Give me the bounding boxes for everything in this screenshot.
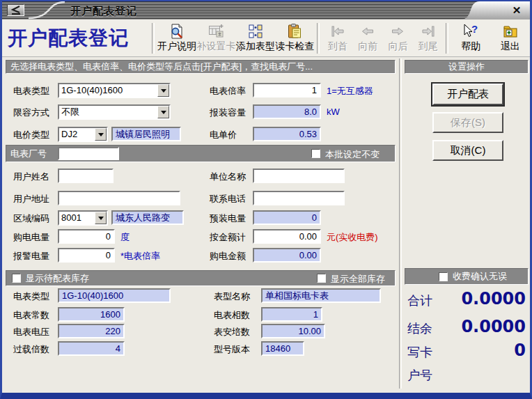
amount-hint: 元(实收电费)	[327, 231, 378, 244]
phone-label: 联系电话	[210, 193, 246, 205]
price-type-dropdown-arrow[interactable]	[95, 128, 107, 141]
unit-price-field: 0.53	[253, 127, 321, 141]
alarm-qty-input[interactable]: 0	[58, 248, 115, 263]
toolbar-separator	[152, 23, 155, 54]
customer-name-label: 用户姓名	[13, 171, 49, 183]
meter-type-value: 1G-10(40)1600	[59, 84, 157, 97]
price-type-combobox[interactable]: DJ2	[58, 127, 108, 142]
add-model-icon	[247, 22, 264, 40]
card-settings-icon	[208, 22, 224, 40]
org-name-label: 单位名称	[210, 171, 246, 183]
purchase-money-field: 0.00	[253, 248, 321, 263]
content-area: 先选择电表类型、电表倍率、电价类型等后点击[开户配表]，查找电表厂号... 电表…	[2, 57, 530, 393]
info-version-field: 18460	[261, 341, 304, 356]
exit-button[interactable]: 退出	[491, 22, 530, 55]
add-meter-model-button[interactable]: 添加表型	[236, 22, 275, 55]
instruction-bar: 先选择电表类型、电表倍率、电价类型等后点击[开户配表]，查找电表厂号...	[6, 60, 396, 74]
page-title: 开户配表登记	[8, 25, 149, 52]
customer-name-input[interactable]	[58, 169, 114, 183]
write-card-label: 写卡	[407, 344, 432, 361]
help-cursor-icon: ?	[462, 22, 480, 40]
ratio-label: 电表倍率	[210, 85, 246, 97]
panel-separator	[399, 58, 402, 389]
purchase-qty-input[interactable]: 0	[58, 229, 115, 244]
factory-number-bar: 电表厂号 本批设定不变	[6, 145, 396, 162]
help-button[interactable]: ? 帮助	[451, 22, 490, 55]
meter-type-label: 电表类型	[13, 85, 49, 97]
meter-type-dropdown-arrow[interactable]	[157, 84, 169, 97]
factory-number-input[interactable]	[58, 147, 119, 160]
action-panel-header: 设置操作	[405, 60, 529, 74]
open-account-config-button[interactable]: 开户配表	[432, 84, 503, 105]
limit-mode-label: 限容方式	[13, 107, 49, 119]
meter-type-combobox[interactable]: 1G-10(40)1600	[58, 83, 171, 98]
close-icon[interactable]: ✕	[510, 3, 524, 17]
limit-mode-combobox[interactable]: 不限	[58, 104, 171, 120]
toolbar: 开户配表登记 开户说明	[2, 19, 530, 57]
toolbar-separator	[317, 23, 320, 54]
info-model-name-field: 单相国标电卡表	[261, 288, 381, 303]
purchase-qty-label: 购电电量	[13, 231, 49, 244]
price-type-desc: 城镇居民照明	[111, 127, 181, 141]
info-voltage-field: 220	[58, 324, 125, 338]
info-const-field: 1600	[58, 307, 125, 322]
info-meter-type-label: 电表类型	[13, 290, 49, 303]
chevron-down-icon	[98, 133, 104, 136]
region-code-dropdown-arrow[interactable]	[95, 212, 107, 224]
price-type-value: DJ2	[59, 128, 95, 141]
clipboard-check-icon	[286, 22, 303, 40]
svg-text:?: ?	[471, 23, 478, 35]
region-code-value: 8001	[59, 212, 95, 224]
amount-input[interactable]: 0.00	[253, 229, 321, 244]
document-search-icon	[169, 22, 185, 40]
last-arrow-icon	[420, 22, 437, 40]
instruction-text: 先选择电表类型、电表倍率、电价类型等后点击[开户配表]，查找电表厂号...	[10, 61, 313, 73]
action-panel-title: 设置操作	[448, 61, 485, 73]
exit-folder-icon	[502, 22, 519, 40]
prev-arrow-icon	[359, 22, 376, 40]
write-card-value: 0	[514, 341, 526, 360]
purchase-qty-unit: 度	[120, 231, 130, 244]
open-account-help-button[interactable]: 开户说明	[157, 22, 196, 55]
region-desc: 城东人民路变	[111, 210, 184, 225]
batch-fixed-checkbox[interactable]	[311, 149, 320, 158]
price-type-label: 电价类型	[13, 129, 49, 141]
info-ampere-field: 10.00	[261, 324, 325, 338]
org-name-input[interactable]	[253, 169, 345, 183]
account-number-label: 户号	[407, 367, 432, 384]
fee-confirm-checkbox[interactable]	[439, 272, 448, 281]
info-phase-label: 电表相数	[214, 309, 250, 322]
unit-price-label: 电单价	[210, 129, 237, 141]
phone-input[interactable]	[253, 191, 345, 205]
titlebar[interactable]: 开户配表登记 ✕	[2, 1, 530, 19]
app-window: 开户配表登记 ✕ 开户配表登记 开户说明	[0, 0, 532, 399]
read-card-check-button[interactable]: 读卡检查	[275, 22, 314, 55]
chevron-down-icon	[98, 217, 104, 220]
info-phase-field: 1	[261, 307, 322, 322]
region-code-combobox[interactable]: 8001	[58, 210, 108, 226]
limit-mode-dropdown-arrow[interactable]	[157, 106, 169, 118]
next-arrow-icon	[389, 22, 406, 40]
cancel-button[interactable]: 取消(C)	[432, 140, 503, 161]
show-all-stock-checkbox[interactable]	[317, 274, 326, 283]
action-panel: 设置操作 开户配表 保存(S) 取消(C) 收费确认无误 合计 0.0000 结…	[403, 58, 530, 391]
info-overload-field: 4	[58, 341, 125, 356]
titlebar-curve-decoration	[27, 1, 66, 19]
total-label: 合计	[407, 292, 432, 309]
show-pending-stock-checkbox[interactable]	[12, 274, 21, 283]
info-model-name-label: 表型名称	[214, 290, 250, 303]
amount-label: 按金额计	[210, 231, 246, 244]
app-logo-icon[interactable]	[7, 4, 24, 16]
go-prev-button: 向前	[353, 22, 383, 55]
ratio-input[interactable]: 1	[253, 83, 321, 97]
customer-address-label: 用户地址	[13, 193, 49, 205]
capacity-field: 8.0	[253, 104, 321, 119]
alarm-qty-label: 报警电量	[13, 250, 49, 263]
window-title: 开户配表登记	[70, 5, 137, 18]
capacity-unit: kW	[327, 107, 340, 117]
preload-field: 0	[253, 210, 321, 225]
info-meter-type-field: 1G-10(40)1600	[58, 288, 171, 303]
supplement-card-button: 补设置卡	[196, 22, 235, 55]
customer-address-input[interactable]	[58, 191, 180, 205]
go-first-button: 到首	[322, 22, 352, 55]
